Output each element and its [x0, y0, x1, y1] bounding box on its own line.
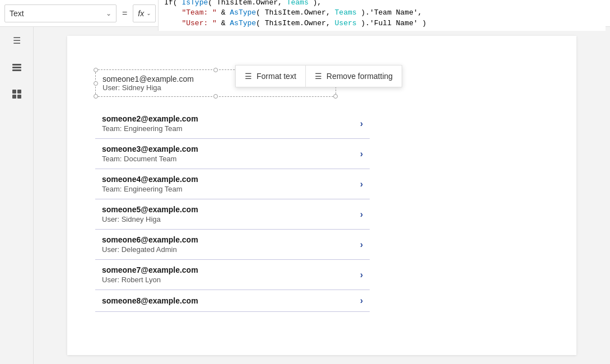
list-item-sub: Team: Engineering Team: [102, 124, 360, 133]
main-area: ☰ ☰ Format text ☰: [0, 27, 610, 364]
svg-rect-1: [12, 67, 21, 68]
type-dropdown[interactable]: Text ⌄: [4, 4, 117, 22]
remove-formatting-item[interactable]: ☰ Remove formatting: [306, 66, 402, 87]
resize-handle-ml[interactable]: [94, 81, 98, 86]
chevron-right-icon: ›: [360, 240, 363, 250]
list-item-content: someone2@example.com Team: Engineering T…: [102, 114, 360, 133]
chevron-right-icon: ›: [360, 296, 363, 306]
list-item-sub: User: Robert Lyon: [102, 276, 360, 284]
resize-handle-tm[interactable]: [213, 68, 218, 72]
list-item[interactable]: someone5@example.com User: Sidney Higa ›: [95, 199, 370, 230]
list-item[interactable]: someone4@example.com Team: Engineering T…: [95, 169, 370, 199]
resize-handle-br[interactable]: [333, 94, 338, 99]
chevron-right-icon: ›: [360, 209, 363, 220]
menu-icon[interactable]: ☰: [8, 31, 26, 49]
remove-formatting-icon: ☰: [315, 72, 322, 81]
list-item-email: someone2@example.com: [102, 114, 360, 123]
format-text-item[interactable]: ☰ Format text: [236, 66, 306, 87]
chevron-down-icon-fx: ⌄: [146, 10, 151, 16]
list-item-content: someone7@example.com User: Robert Lyon: [102, 265, 360, 284]
list-item-email: someone5@example.com: [102, 205, 360, 214]
sidebar: ☰: [0, 27, 34, 364]
svg-rect-5: [12, 95, 16, 99]
chevron-right-icon: ›: [360, 270, 363, 280]
fx-button[interactable]: fx ⌄: [133, 4, 156, 22]
list-item-content: someone3@example.com Team: Document Team: [102, 144, 360, 163]
list-item-content: someone4@example.com Team: Engineering T…: [102, 175, 360, 193]
remove-formatting-label: Remove formatting: [327, 72, 393, 81]
resize-handle-bl[interactable]: [94, 94, 98, 99]
chevron-right-icon: ›: [360, 179, 363, 189]
list-item-sub: User: Delegated Admin: [102, 245, 360, 254]
format-text-icon: ☰: [245, 72, 252, 81]
svg-rect-2: [12, 69, 21, 71]
type-dropdown-label: Text: [10, 9, 101, 18]
svg-rect-6: [17, 95, 21, 99]
resize-handle-tl[interactable]: [94, 68, 98, 72]
list-item-email: someone8@example.com: [102, 296, 360, 305]
list-item-email: someone3@example.com: [102, 144, 360, 153]
list-item-sub: Team: Document Team: [102, 155, 360, 163]
list-item[interactable]: someone8@example.com ›: [95, 290, 370, 312]
resize-handle-bm[interactable]: [213, 94, 218, 99]
grid-icon[interactable]: [8, 85, 26, 103]
formula-line-1: If( IsType( ThisItem.Owner, Teams ),: [164, 0, 600, 8]
format-text-label: Format text: [257, 72, 296, 81]
svg-rect-0: [12, 64, 21, 66]
canvas-area: ☰ Format text ☰ Remove formatting someon…: [34, 27, 610, 364]
list-item-content: someone6@example.com User: Delegated Adm…: [102, 235, 360, 254]
chevron-down-icon: ⌄: [106, 10, 111, 17]
list-item-email: someone6@example.com: [102, 235, 360, 244]
list-item-content: someone8@example.com: [102, 296, 360, 305]
fx-label: fx: [138, 9, 144, 18]
list-item-sub: User: Sidney Higa: [102, 215, 360, 223]
list-item-sub: Team: Engineering Team: [102, 185, 360, 193]
chevron-right-icon: ›: [360, 119, 363, 129]
formula-bar[interactable]: If( IsType( ThisItem.Owner, Teams ), "Te…: [158, 0, 606, 31]
list-item[interactable]: someone6@example.com User: Delegated Adm…: [95, 230, 370, 260]
list-item[interactable]: someone3@example.com Team: Document Team…: [95, 139, 370, 169]
list-item-email: someone4@example.com: [102, 175, 360, 184]
list-item-email: someone7@example.com: [102, 265, 360, 274]
svg-rect-4: [17, 90, 21, 94]
format-menu: ☰ Format text ☰ Remove formatting: [235, 65, 402, 87]
list-item[interactable]: someone7@example.com User: Robert Lyon ›: [95, 260, 370, 290]
list-item[interactable]: someone2@example.com Team: Engineering T…: [95, 109, 370, 139]
list-item-content: someone5@example.com User: Sidney Higa: [102, 205, 360, 223]
layers-icon[interactable]: [8, 58, 26, 76]
equals-sign: =: [119, 8, 131, 18]
list-container: someone2@example.com Team: Engineering T…: [95, 109, 370, 312]
formula-line-3: "User: " & AsType( ThisItem.Owner, Users…: [164, 18, 600, 29]
svg-rect-3: [12, 90, 16, 94]
toolbar: Text ⌄ = fx ⌄ If( IsType( ThisItem.Owner…: [0, 0, 610, 27]
chevron-right-icon: ›: [360, 149, 363, 159]
formula-line-2: "Team: " & AsType( ThisItem.Owner, Teams…: [164, 8, 600, 18]
